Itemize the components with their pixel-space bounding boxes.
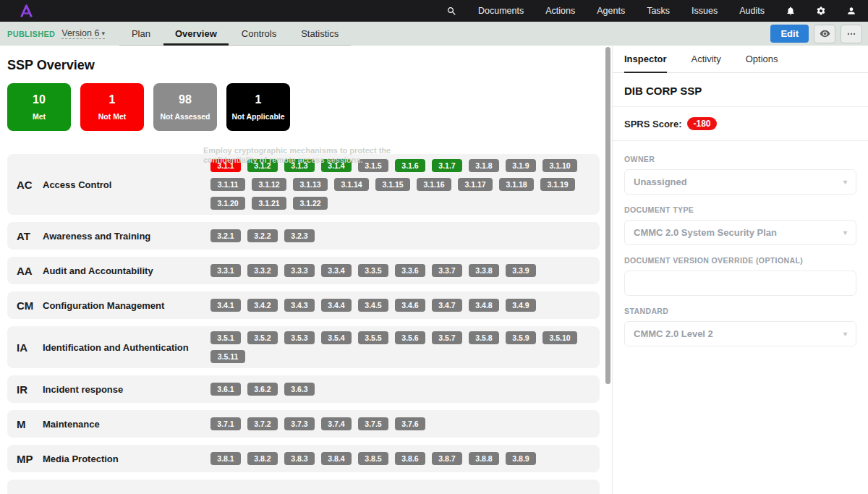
nav-item-documents[interactable]: Documents [467, 0, 535, 22]
control-chip-3.3.5[interactable]: 3.3.5 [358, 264, 388, 277]
control-chip-3.5.8[interactable]: 3.5.8 [469, 331, 499, 344]
control-chip-3.3.9[interactable]: 3.3.9 [506, 264, 536, 277]
control-chip-3.1.13[interactable]: 3.1.13 [293, 178, 328, 191]
nav-item-tasks[interactable]: Tasks [636, 0, 681, 22]
control-chip-3.1.10[interactable]: 3.1.10 [542, 159, 577, 172]
search-icon[interactable] [446, 6, 457, 17]
nav-item-agents[interactable]: Agents [586, 0, 636, 22]
control-chip-3.2.3[interactable]: 3.2.3 [284, 229, 315, 242]
control-chip-3.5.9[interactable]: 3.5.9 [506, 331, 536, 344]
family-row-ir: IRIncident response3.6.13.6.23.6.3 [7, 375, 600, 403]
control-chip-3.1.21[interactable]: 3.1.21 [252, 197, 286, 210]
tab-overview[interactable]: Overview [163, 22, 229, 46]
edit-button[interactable]: Edit [770, 25, 809, 43]
control-chip-3.1.17[interactable]: 3.1.17 [458, 178, 493, 191]
control-chip-3.6.3[interactable]: 3.6.3 [284, 383, 315, 396]
field-select-owner[interactable]: Unassigned▾ [624, 169, 856, 195]
control-chip-3.1.14[interactable]: 3.1.14 [334, 178, 369, 191]
control-chip-3.4.8[interactable]: 3.4.8 [469, 299, 499, 312]
control-chip-3.5.4[interactable]: 3.5.4 [321, 331, 352, 344]
control-chip-3.4.4[interactable]: 3.4.4 [321, 299, 352, 312]
control-chip-3.8.7[interactable]: 3.8.7 [432, 452, 462, 465]
aptible-a-logo[interactable] [17, 4, 35, 19]
control-chip-3.4.6[interactable]: 3.4.6 [395, 299, 425, 312]
control-chip-3.3.3[interactable]: 3.3.3 [284, 264, 315, 277]
control-chip-3.3.4[interactable]: 3.3.4 [321, 264, 352, 277]
control-chip-3.7.3[interactable]: 3.7.3 [284, 417, 315, 430]
control-chip-3.3.6[interactable]: 3.3.6 [395, 264, 425, 277]
settings-gear-icon[interactable] [806, 6, 836, 16]
control-chip-3.1.20[interactable]: 3.1.20 [210, 197, 245, 210]
field-input-document-version-override-optional[interactable] [624, 271, 856, 296]
control-chip-3.1.15[interactable]: 3.1.15 [375, 178, 410, 191]
control-chip-3.1.2[interactable]: 3.1.2 [247, 159, 278, 172]
control-chip-3.3.2[interactable]: 3.3.2 [247, 264, 278, 277]
control-chip-3.4.1[interactable]: 3.4.1 [210, 299, 241, 312]
control-chip-3.6.1[interactable]: 3.6.1 [210, 383, 241, 396]
control-chip-3.1.4[interactable]: 3.1.4 [321, 159, 352, 172]
inspector-tab-activity[interactable]: Activity [692, 46, 721, 72]
control-chip-3.4.7[interactable]: 3.4.7 [432, 299, 462, 312]
control-chip-3.5.6[interactable]: 3.5.6 [395, 331, 425, 344]
control-chip-3.7.6[interactable]: 3.7.6 [395, 417, 425, 430]
field-select-document-type[interactable]: CMMC 2.0 System Security Plan▾ [624, 220, 856, 245]
tab-controls[interactable]: Controls [229, 22, 289, 46]
control-chip-3.8.9[interactable]: 3.8.9 [506, 452, 536, 465]
vertical-scrollbar[interactable] [605, 47, 610, 384]
control-chip-3.1.12[interactable]: 3.1.12 [252, 178, 286, 191]
control-chip-3.1.22[interactable]: 3.1.22 [293, 197, 328, 210]
control-chip-3.4.9[interactable]: 3.4.9 [506, 299, 536, 312]
control-chip-3.5.10[interactable]: 3.5.10 [542, 331, 577, 344]
control-chip-3.1.9[interactable]: 3.1.9 [506, 159, 536, 172]
control-chip-3.3.1[interactable]: 3.3.1 [210, 264, 241, 277]
control-chip-3.1.1[interactable]: 3.1.1 [210, 159, 241, 172]
control-chip-3.8.1[interactable]: 3.8.1 [210, 452, 241, 465]
version-dropdown[interactable]: Version 6 ▾ [61, 28, 105, 39]
control-chip-3.1.19[interactable]: 3.1.19 [540, 178, 575, 191]
control-chip-3.1.3[interactable]: 3.1.3 [284, 159, 315, 172]
control-chip-3.8.6[interactable]: 3.8.6 [395, 452, 425, 465]
control-chip-3.8.4[interactable]: 3.8.4 [321, 452, 352, 465]
preview-eye-button[interactable] [814, 25, 835, 43]
control-chip-3.1.16[interactable]: 3.1.16 [417, 178, 451, 191]
control-chip-3.8.8[interactable]: 3.8.8 [469, 452, 499, 465]
control-chip-3.5.11[interactable]: 3.5.11 [210, 350, 245, 363]
nav-item-audits[interactable]: Audits [728, 0, 775, 22]
control-chip-3.5.7[interactable]: 3.5.7 [432, 331, 462, 344]
control-chip-3.7.4[interactable]: 3.7.4 [321, 417, 352, 430]
control-chip-3.5.5[interactable]: 3.5.5 [358, 331, 388, 344]
control-chip-3.1.8[interactable]: 3.1.8 [469, 159, 499, 172]
control-chip-3.1.11[interactable]: 3.1.11 [210, 178, 245, 191]
control-chip-3.8.3[interactable]: 3.8.3 [284, 452, 315, 465]
control-chip-3.5.3[interactable]: 3.5.3 [284, 331, 315, 344]
tab-plan[interactable]: Plan [119, 22, 163, 46]
nav-item-actions[interactable]: Actions [535, 0, 586, 22]
control-chip-3.3.7[interactable]: 3.3.7 [432, 264, 462, 277]
nav-item-issues[interactable]: Issues [681, 0, 728, 22]
control-chip-3.3.8[interactable]: 3.3.8 [469, 264, 499, 277]
control-chip-3.5.2[interactable]: 3.5.2 [247, 331, 278, 344]
notifications-bell-icon[interactable] [775, 6, 806, 16]
control-chip-3.7.1[interactable]: 3.7.1 [210, 417, 241, 430]
control-chip-3.4.3[interactable]: 3.4.3 [284, 299, 315, 312]
control-chip-3.4.2[interactable]: 3.4.2 [247, 299, 278, 312]
control-chip-3.1.18[interactable]: 3.1.18 [499, 178, 534, 191]
control-chip-3.2.2[interactable]: 3.2.2 [247, 229, 278, 242]
more-options-ellipsis-button[interactable] [841, 25, 862, 43]
control-chip-3.8.2[interactable]: 3.8.2 [247, 452, 278, 465]
tab-statistics[interactable]: Statistics [289, 22, 351, 46]
control-chip-3.2.1[interactable]: 3.2.1 [210, 229, 241, 242]
control-chip-3.4.5[interactable]: 3.4.5 [358, 299, 388, 312]
control-chip-3.5.1[interactable]: 3.5.1 [210, 331, 241, 344]
field-select-standard[interactable]: CMMC 2.0 Level 2▾ [624, 321, 856, 346]
inspector-tab-options[interactable]: Options [746, 46, 778, 72]
control-chip-3.6.2[interactable]: 3.6.2 [247, 383, 278, 396]
account-person-icon[interactable] [836, 6, 861, 16]
control-chip-3.1.6[interactable]: 3.1.6 [395, 159, 425, 172]
control-chip-3.7.5[interactable]: 3.7.5 [358, 417, 388, 430]
inspector-tab-inspector[interactable]: Inspector [624, 46, 667, 72]
control-chip-3.7.2[interactable]: 3.7.2 [247, 417, 278, 430]
control-chip-3.1.7[interactable]: 3.1.7 [432, 159, 462, 172]
control-chip-3.8.5[interactable]: 3.8.5 [358, 452, 388, 465]
control-chip-3.1.5[interactable]: 3.1.5 [358, 159, 388, 172]
